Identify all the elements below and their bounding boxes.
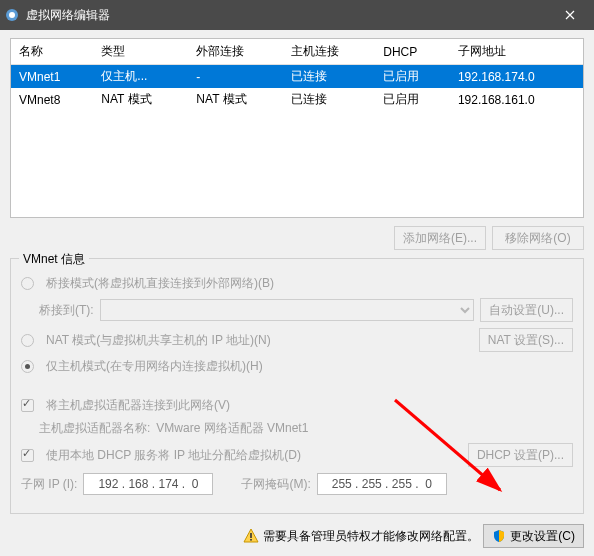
- column-header[interactable]: 主机连接: [283, 39, 375, 65]
- change-settings-label: 更改设置(C): [510, 528, 575, 545]
- use-dhcp-checkbox: [21, 449, 34, 462]
- dhcp-settings-button: DHCP 设置(P)...: [468, 443, 573, 467]
- svg-point-1: [9, 12, 15, 18]
- svg-rect-3: [251, 539, 253, 541]
- auto-settings-button: 自动设置(U)...: [480, 298, 573, 322]
- warning-text: 需要具备管理员特权才能修改网络配置。: [263, 528, 479, 545]
- remove-network-button: 移除网络(O): [492, 226, 584, 250]
- bridged-label: 桥接模式(将虚拟机直接连接到外部网络)(B): [46, 275, 274, 292]
- add-network-button: 添加网络(E)...: [394, 226, 486, 250]
- table-row[interactable]: VMnet8NAT 模式NAT 模式已连接已启用192.168.161.0: [11, 88, 583, 111]
- change-settings-button[interactable]: 更改设置(C): [483, 524, 584, 548]
- column-header[interactable]: DHCP: [375, 39, 450, 65]
- column-header[interactable]: 外部连接: [188, 39, 283, 65]
- nat-label: NAT 模式(与虚拟机共享主机的 IP 地址)(N): [46, 332, 271, 349]
- subnet-mask-input: [317, 473, 447, 495]
- column-header[interactable]: 类型: [93, 39, 188, 65]
- titlebar: 虚拟网络编辑器: [0, 0, 594, 30]
- vmnet-info-group: VMnet 信息 桥接模式(将虚拟机直接连接到外部网络)(B) 桥接到(T): …: [10, 258, 584, 514]
- close-icon[interactable]: [550, 0, 590, 30]
- nat-settings-button: NAT 设置(S)...: [479, 328, 573, 352]
- bridge-to-label: 桥接到(T):: [39, 302, 94, 319]
- hostonly-label: 仅主机模式(在专用网络内连接虚拟机)(H): [46, 358, 263, 375]
- adapter-name-label: 主机虚拟适配器名称:: [39, 420, 150, 437]
- adapter-name-value: VMware 网络适配器 VMnet1: [156, 420, 308, 437]
- subnet-ip-label: 子网 IP (I):: [21, 476, 77, 493]
- subnet-ip-input: [83, 473, 213, 495]
- shield-icon: [492, 529, 506, 543]
- bridge-to-select: [100, 299, 475, 321]
- window-title: 虚拟网络编辑器: [26, 7, 550, 24]
- hostonly-radio: [21, 360, 34, 373]
- bridged-radio: [21, 277, 34, 290]
- column-header[interactable]: 子网地址: [450, 39, 583, 65]
- svg-rect-2: [251, 533, 253, 538]
- warning-icon: [243, 528, 259, 544]
- use-dhcp-label: 使用本地 DHCP 服务将 IP 地址分配给虚拟机(D): [46, 447, 301, 464]
- group-legend: VMnet 信息: [19, 251, 89, 268]
- column-header[interactable]: 名称: [11, 39, 93, 65]
- app-icon: [4, 7, 20, 23]
- connect-host-label: 将主机虚拟适配器连接到此网络(V): [46, 397, 230, 414]
- table-row[interactable]: VMnet1仅主机...-已连接已启用192.168.174.0: [11, 65, 583, 89]
- nat-radio: [21, 334, 34, 347]
- networks-table[interactable]: 名称类型外部连接主机连接DHCP子网地址 VMnet1仅主机...-已连接已启用…: [10, 38, 584, 218]
- subnet-mask-label: 子网掩码(M):: [241, 476, 310, 493]
- connect-host-checkbox: [21, 399, 34, 412]
